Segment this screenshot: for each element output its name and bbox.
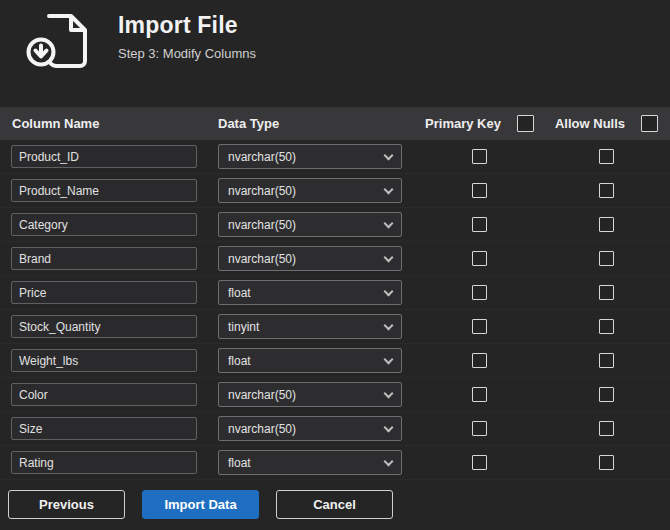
- column-name-cell: [0, 281, 206, 304]
- primary-key-cell: [416, 387, 543, 402]
- allow-nulls-checkbox[interactable]: [599, 421, 614, 436]
- allow-nulls-checkbox[interactable]: [599, 285, 614, 300]
- primary-key-cell: [416, 183, 543, 198]
- primary-key-checkbox[interactable]: [472, 353, 487, 368]
- column-name-input[interactable]: [11, 451, 197, 474]
- allow-nulls-cell: [543, 285, 670, 300]
- column-name-cell: [0, 451, 206, 474]
- data-type-select[interactable]: nvarchar(50): [218, 416, 402, 441]
- data-type-select[interactable]: float: [218, 450, 402, 475]
- header-data-type: Data Type: [206, 116, 416, 131]
- import-file-icon: [26, 12, 92, 76]
- allow-nulls-cell: [543, 421, 670, 436]
- primary-key-checkbox[interactable]: [472, 149, 487, 164]
- data-type-value: float: [228, 286, 251, 300]
- data-type-value: nvarchar(50): [228, 388, 296, 402]
- chevron-down-icon: [384, 422, 394, 432]
- header-text: Import File Step 3: Modify Columns: [118, 10, 256, 61]
- primary-key-checkbox[interactable]: [472, 217, 487, 232]
- chevron-down-icon: [384, 320, 394, 330]
- data-type-cell: nvarchar(50): [206, 382, 416, 407]
- data-type-select[interactable]: tinyint: [218, 314, 402, 339]
- cancel-button[interactable]: Cancel: [276, 490, 393, 519]
- column-name-input[interactable]: [11, 417, 197, 440]
- column-name-input[interactable]: [11, 349, 197, 372]
- column-name-cell: [0, 179, 206, 202]
- column-name-cell: [0, 247, 206, 270]
- data-type-cell: nvarchar(50): [206, 178, 416, 203]
- primary-key-checkbox[interactable]: [472, 319, 487, 334]
- allow-nulls-checkbox[interactable]: [599, 387, 614, 402]
- primary-key-cell: [416, 251, 543, 266]
- data-type-cell: nvarchar(50): [206, 416, 416, 441]
- data-type-cell: tinyint: [206, 314, 416, 339]
- allow-nulls-checkbox[interactable]: [599, 455, 614, 470]
- chevron-down-icon: [384, 150, 394, 160]
- column-name-input[interactable]: [11, 281, 197, 304]
- primary-key-checkbox[interactable]: [472, 455, 487, 470]
- allow-nulls-cell: [543, 319, 670, 334]
- data-type-select[interactable]: nvarchar(50): [218, 382, 402, 407]
- data-type-select[interactable]: float: [218, 280, 402, 305]
- column-name-cell: [0, 145, 206, 168]
- primary-key-cell: [416, 455, 543, 470]
- primary-key-select-all-checkbox[interactable]: [517, 115, 534, 132]
- column-name-cell: [0, 349, 206, 372]
- data-type-cell: float: [206, 280, 416, 305]
- column-name-input[interactable]: [11, 383, 197, 406]
- dialog-footer: Previous Import Data Cancel: [8, 490, 393, 519]
- column-name-cell: [0, 213, 206, 236]
- column-name-input[interactable]: [11, 213, 197, 236]
- data-type-select[interactable]: nvarchar(50): [218, 178, 402, 203]
- column-name-input[interactable]: [11, 179, 197, 202]
- allow-nulls-checkbox[interactable]: [599, 149, 614, 164]
- allow-nulls-cell: [543, 387, 670, 402]
- allow-nulls-checkbox[interactable]: [599, 217, 614, 232]
- header-primary-key-label: Primary Key: [425, 116, 501, 131]
- primary-key-cell: [416, 217, 543, 232]
- table-row: nvarchar(50): [0, 174, 670, 208]
- header-primary-key-cell: Primary Key: [416, 115, 543, 132]
- data-type-value: nvarchar(50): [228, 218, 296, 232]
- primary-key-checkbox[interactable]: [472, 183, 487, 198]
- data-type-select[interactable]: nvarchar(50): [218, 144, 402, 169]
- column-name-cell: [0, 383, 206, 406]
- table-row: float: [0, 344, 670, 378]
- step-subtitle: Step 3: Modify Columns: [118, 46, 256, 61]
- table-body: nvarchar(50) nvarchar(50): [0, 140, 670, 480]
- primary-key-checkbox[interactable]: [472, 285, 487, 300]
- column-name-input[interactable]: [11, 315, 197, 338]
- header-allow-nulls-cell: Allow Nulls: [543, 115, 670, 132]
- column-name-input[interactable]: [11, 145, 197, 168]
- allow-nulls-checkbox[interactable]: [599, 319, 614, 334]
- previous-button[interactable]: Previous: [8, 490, 125, 519]
- allow-nulls-checkbox[interactable]: [599, 183, 614, 198]
- table-row: tinyint: [0, 310, 670, 344]
- primary-key-cell: [416, 285, 543, 300]
- allow-nulls-checkbox[interactable]: [599, 353, 614, 368]
- dialog-header: Import File Step 3: Modify Columns: [0, 0, 670, 76]
- data-type-select[interactable]: nvarchar(50): [218, 246, 402, 271]
- chevron-down-icon: [384, 456, 394, 466]
- data-type-value: tinyint: [228, 320, 259, 334]
- column-name-cell: [0, 315, 206, 338]
- allow-nulls-select-all-checkbox[interactable]: [641, 115, 658, 132]
- table-row: nvarchar(50): [0, 378, 670, 412]
- data-type-value: nvarchar(50): [228, 422, 296, 436]
- allow-nulls-cell: [543, 217, 670, 232]
- data-type-select[interactable]: nvarchar(50): [218, 212, 402, 237]
- primary-key-checkbox[interactable]: [472, 421, 487, 436]
- data-type-value: nvarchar(50): [228, 150, 296, 164]
- data-type-cell: float: [206, 450, 416, 475]
- primary-key-checkbox[interactable]: [472, 251, 487, 266]
- table-row: nvarchar(50): [0, 242, 670, 276]
- data-type-value: nvarchar(50): [228, 252, 296, 266]
- page-title: Import File: [118, 12, 256, 39]
- data-type-cell: float: [206, 348, 416, 373]
- primary-key-checkbox[interactable]: [472, 387, 487, 402]
- data-type-select[interactable]: float: [218, 348, 402, 373]
- allow-nulls-checkbox[interactable]: [599, 251, 614, 266]
- column-name-input[interactable]: [11, 247, 197, 270]
- import-data-button[interactable]: Import Data: [142, 490, 259, 519]
- chevron-down-icon: [384, 388, 394, 398]
